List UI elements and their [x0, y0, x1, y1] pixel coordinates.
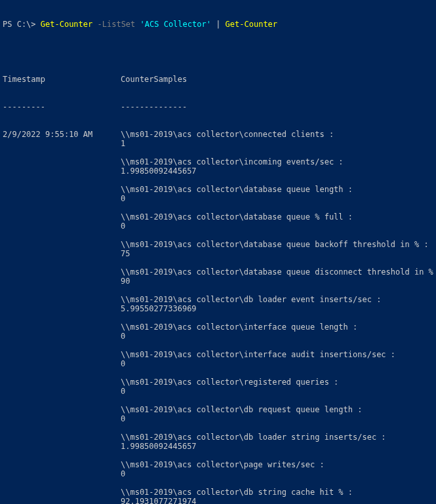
counter-value-row: 1.99850092445657 — [3, 166, 433, 176]
counter-value-row: 0 — [3, 469, 433, 478]
counter-path: \\ms01-2019\acs collector\db loader stri… — [121, 433, 386, 442]
counter-value: 1 — [121, 139, 125, 148]
arg-acs-collector: 'ACS Collector' — [140, 20, 211, 29]
counter-sample-row: \\ms01-2019\acs collector\interface audi… — [3, 350, 433, 359]
counter-path: \\ms01-2019\acs collector\database queue… — [121, 212, 353, 222]
header-row: TimestampCounterSamples — [3, 75, 433, 84]
header-countersamples: CounterSamples — [121, 75, 187, 84]
counter-sample-row: \\ms01-2019\acs collector\interface queu… — [3, 322, 433, 332]
blank-line — [3, 286, 433, 295]
blank-line — [3, 423, 433, 433]
blank-line — [3, 231, 433, 240]
counter-value: 92.1931077271974 — [121, 497, 197, 504]
counter-value-row: 0 — [3, 194, 433, 203]
counter-sample-row: \\ms01-2019\acs collector\db loader stri… — [3, 433, 433, 442]
divider-countersamples: -------------- — [121, 102, 187, 111]
counter-value-row: 0 — [3, 359, 433, 368]
blank-line — [3, 451, 433, 460]
counter-value: 0 — [121, 469, 125, 478]
counter-sample-row: \\ms01-2019\acs collector\page writes/se… — [3, 460, 433, 469]
counter-path: \\ms01-2019\acs collector\connected clie… — [121, 130, 334, 139]
blank-line — [3, 47, 433, 56]
counter-sample-row: \\ms01-2019\acs collector\registered que… — [3, 378, 433, 387]
counter-path: \\ms01-2019\acs collector\db request que… — [121, 405, 362, 414]
counter-value-row: 90 — [3, 277, 433, 286]
counter-path: \\ms01-2019\acs collector\database queue… — [121, 185, 353, 194]
counter-value: 1.99850092445657 — [121, 166, 197, 176]
prompt-line: PS C:\> Get-Counter -ListSet 'ACS Collec… — [3, 20, 433, 29]
counter-value-row: 1.99850092445657 — [3, 442, 433, 451]
counter-value: 1.99850092445657 — [121, 442, 197, 451]
header-timestamp: Timestamp — [3, 75, 121, 84]
counter-value-row: 0 — [3, 222, 433, 231]
param-listset: -ListSet — [92, 20, 140, 29]
counter-path: \\ms01-2019\acs collector\database queue… — [121, 267, 436, 277]
blank-line — [3, 478, 433, 488]
counter-sample-row: \\ms01-2019\acs collector\database queue… — [3, 240, 433, 249]
counter-value-row: 0 — [3, 387, 433, 396]
blank-line — [3, 203, 433, 212]
counter-value-row: 92.1931077271974 — [3, 497, 433, 504]
counter-path: \\ms01-2019\acs collector\registered que… — [121, 378, 338, 387]
counter-path: \\ms01-2019\acs collector\page writes/se… — [121, 460, 325, 469]
counter-value: 0 — [121, 222, 125, 231]
counter-sample-row: \\ms01-2019\acs collector\database queue… — [3, 212, 433, 222]
counter-path: \\ms01-2019\acs collector\interface audi… — [121, 350, 395, 359]
counter-value: 0 — [121, 359, 125, 368]
timestamp-cell: 2/9/2022 9:55:10 AM — [3, 130, 121, 139]
blank-line — [3, 368, 433, 378]
counter-value: 90 — [121, 277, 130, 286]
counter-value: 5.99550277336969 — [121, 304, 197, 313]
blank-line — [3, 258, 433, 267]
divider-row: ----------------------- — [3, 102, 433, 111]
counter-value: 75 — [121, 249, 130, 258]
cmdlet-get-counter-2: Get-Counter — [226, 20, 277, 29]
counter-sample-row: \\ms01-2019\acs collector\database queue… — [3, 185, 433, 194]
counter-value-row: 0 — [3, 332, 433, 341]
counter-path: \\ms01-2019\acs collector\db string cach… — [121, 488, 353, 497]
counter-path: \\ms01-2019\acs collector\db loader even… — [121, 295, 381, 304]
blank-line — [3, 148, 433, 157]
counter-sample-row: \\ms01-2019\acs collector\db string cach… — [3, 488, 433, 497]
counter-path: \\ms01-2019\acs collector\database queue… — [121, 240, 429, 249]
counter-value: 0 — [121, 414, 125, 423]
blank-line — [3, 313, 433, 322]
prompt-prefix: PS C:\> — [3, 20, 41, 29]
blank-line — [3, 176, 433, 185]
counter-value-row: 0 — [3, 414, 433, 423]
counter-value-row: 75 — [3, 249, 433, 258]
powershell-console[interactable]: PS C:\> Get-Counter -ListSet 'ACS Collec… — [0, 0, 436, 504]
blank-line — [3, 341, 433, 350]
counter-sample-row: \\ms01-2019\acs collector\incoming event… — [3, 157, 433, 166]
counter-sample-row: \\ms01-2019\acs collector\database queue… — [3, 267, 433, 277]
counter-value-row: 1 — [3, 139, 433, 148]
counter-value: 0 — [121, 387, 125, 396]
samples-output: 2/9/2022 9:55:10 AM\\ms01-2019\acs colle… — [3, 130, 433, 504]
counter-value: 0 — [121, 332, 125, 341]
counter-sample-row: 2/9/2022 9:55:10 AM\\ms01-2019\acs colle… — [3, 130, 433, 139]
counter-path: \\ms01-2019\acs collector\incoming event… — [121, 157, 344, 166]
counter-path: \\ms01-2019\acs collector\interface queu… — [121, 322, 357, 332]
counter-value-row: 5.99550277336969 — [3, 304, 433, 313]
counter-value: 0 — [121, 194, 125, 203]
blank-line — [3, 396, 433, 405]
cmdlet-get-counter-1: Get-Counter — [41, 20, 92, 29]
pipe-operator: | — [211, 20, 226, 29]
divider-timestamp: --------- — [3, 102, 121, 111]
counter-sample-row: \\ms01-2019\acs collector\db request que… — [3, 405, 433, 414]
counter-sample-row: \\ms01-2019\acs collector\db loader even… — [3, 295, 433, 304]
